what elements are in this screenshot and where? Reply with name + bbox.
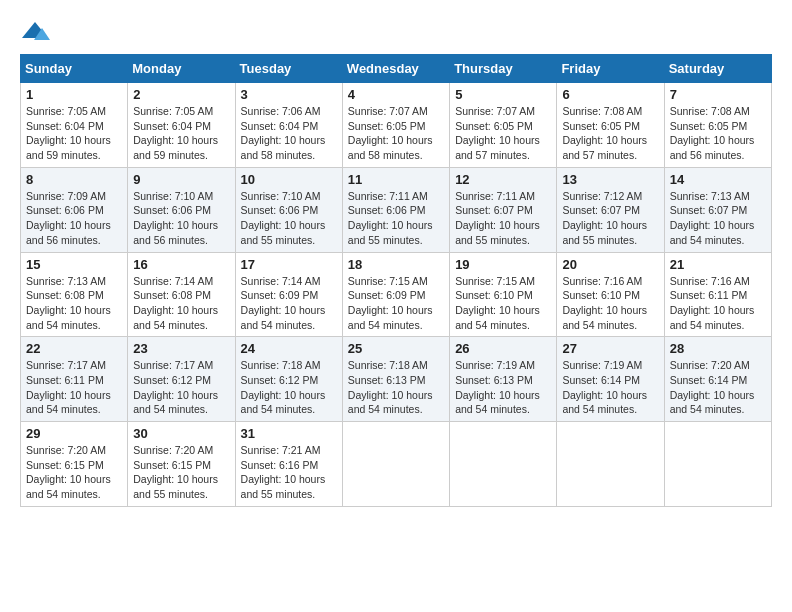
calendar-cell: 4Sunrise: 7:07 AMSunset: 6:05 PMDaylight… [342, 83, 449, 168]
calendar-cell: 10Sunrise: 7:10 AMSunset: 6:06 PMDayligh… [235, 167, 342, 252]
day-number: 15 [26, 257, 122, 272]
day-number: 1 [26, 87, 122, 102]
day-info: Sunrise: 7:08 AMSunset: 6:05 PMDaylight:… [670, 105, 755, 161]
logo-icon [20, 20, 50, 44]
calendar-cell: 23Sunrise: 7:17 AMSunset: 6:12 PMDayligh… [128, 337, 235, 422]
calendar-week-row: 15Sunrise: 7:13 AMSunset: 6:08 PMDayligh… [21, 252, 772, 337]
day-number: 11 [348, 172, 444, 187]
calendar-cell [450, 422, 557, 507]
calendar-cell: 22Sunrise: 7:17 AMSunset: 6:11 PMDayligh… [21, 337, 128, 422]
header-day-sunday: Sunday [21, 55, 128, 83]
header-day-thursday: Thursday [450, 55, 557, 83]
day-info: Sunrise: 7:08 AMSunset: 6:05 PMDaylight:… [562, 105, 647, 161]
header-day-saturday: Saturday [664, 55, 771, 83]
header-day-wednesday: Wednesday [342, 55, 449, 83]
day-number: 8 [26, 172, 122, 187]
calendar-cell: 3Sunrise: 7:06 AMSunset: 6:04 PMDaylight… [235, 83, 342, 168]
day-info: Sunrise: 7:11 AMSunset: 6:07 PMDaylight:… [455, 190, 540, 246]
day-info: Sunrise: 7:09 AMSunset: 6:06 PMDaylight:… [26, 190, 111, 246]
day-number: 31 [241, 426, 337, 441]
calendar-cell: 14Sunrise: 7:13 AMSunset: 6:07 PMDayligh… [664, 167, 771, 252]
day-info: Sunrise: 7:11 AMSunset: 6:06 PMDaylight:… [348, 190, 433, 246]
day-info: Sunrise: 7:05 AMSunset: 6:04 PMDaylight:… [26, 105, 111, 161]
header [20, 20, 772, 44]
day-info: Sunrise: 7:18 AMSunset: 6:12 PMDaylight:… [241, 359, 326, 415]
calendar-cell: 13Sunrise: 7:12 AMSunset: 6:07 PMDayligh… [557, 167, 664, 252]
day-info: Sunrise: 7:20 AMSunset: 6:14 PMDaylight:… [670, 359, 755, 415]
day-number: 12 [455, 172, 551, 187]
calendar-week-row: 22Sunrise: 7:17 AMSunset: 6:11 PMDayligh… [21, 337, 772, 422]
day-number: 2 [133, 87, 229, 102]
day-info: Sunrise: 7:17 AMSunset: 6:11 PMDaylight:… [26, 359, 111, 415]
calendar-week-row: 29Sunrise: 7:20 AMSunset: 6:15 PMDayligh… [21, 422, 772, 507]
day-number: 5 [455, 87, 551, 102]
day-info: Sunrise: 7:20 AMSunset: 6:15 PMDaylight:… [133, 444, 218, 500]
calendar-cell: 27Sunrise: 7:19 AMSunset: 6:14 PMDayligh… [557, 337, 664, 422]
day-number: 13 [562, 172, 658, 187]
day-info: Sunrise: 7:12 AMSunset: 6:07 PMDaylight:… [562, 190, 647, 246]
day-number: 16 [133, 257, 229, 272]
day-info: Sunrise: 7:16 AMSunset: 6:11 PMDaylight:… [670, 275, 755, 331]
calendar-cell: 5Sunrise: 7:07 AMSunset: 6:05 PMDaylight… [450, 83, 557, 168]
day-info: Sunrise: 7:10 AMSunset: 6:06 PMDaylight:… [241, 190, 326, 246]
day-number: 28 [670, 341, 766, 356]
day-number: 17 [241, 257, 337, 272]
calendar-cell: 1Sunrise: 7:05 AMSunset: 6:04 PMDaylight… [21, 83, 128, 168]
day-number: 26 [455, 341, 551, 356]
calendar-cell: 17Sunrise: 7:14 AMSunset: 6:09 PMDayligh… [235, 252, 342, 337]
day-info: Sunrise: 7:17 AMSunset: 6:12 PMDaylight:… [133, 359, 218, 415]
day-info: Sunrise: 7:06 AMSunset: 6:04 PMDaylight:… [241, 105, 326, 161]
day-info: Sunrise: 7:07 AMSunset: 6:05 PMDaylight:… [348, 105, 433, 161]
day-number: 6 [562, 87, 658, 102]
day-info: Sunrise: 7:15 AMSunset: 6:09 PMDaylight:… [348, 275, 433, 331]
day-number: 3 [241, 87, 337, 102]
day-number: 4 [348, 87, 444, 102]
calendar-cell: 29Sunrise: 7:20 AMSunset: 6:15 PMDayligh… [21, 422, 128, 507]
calendar-cell [664, 422, 771, 507]
header-day-monday: Monday [128, 55, 235, 83]
day-number: 21 [670, 257, 766, 272]
day-info: Sunrise: 7:05 AMSunset: 6:04 PMDaylight:… [133, 105, 218, 161]
calendar-cell [557, 422, 664, 507]
day-info: Sunrise: 7:14 AMSunset: 6:09 PMDaylight:… [241, 275, 326, 331]
day-info: Sunrise: 7:21 AMSunset: 6:16 PMDaylight:… [241, 444, 326, 500]
calendar: SundayMondayTuesdayWednesdayThursdayFrid… [20, 54, 772, 507]
day-info: Sunrise: 7:18 AMSunset: 6:13 PMDaylight:… [348, 359, 433, 415]
day-info: Sunrise: 7:19 AMSunset: 6:13 PMDaylight:… [455, 359, 540, 415]
day-number: 7 [670, 87, 766, 102]
calendar-header-row: SundayMondayTuesdayWednesdayThursdayFrid… [21, 55, 772, 83]
day-number: 25 [348, 341, 444, 356]
day-info: Sunrise: 7:15 AMSunset: 6:10 PMDaylight:… [455, 275, 540, 331]
day-number: 23 [133, 341, 229, 356]
calendar-week-row: 1Sunrise: 7:05 AMSunset: 6:04 PMDaylight… [21, 83, 772, 168]
day-number: 29 [26, 426, 122, 441]
calendar-cell: 2Sunrise: 7:05 AMSunset: 6:04 PMDaylight… [128, 83, 235, 168]
day-number: 9 [133, 172, 229, 187]
calendar-cell: 25Sunrise: 7:18 AMSunset: 6:13 PMDayligh… [342, 337, 449, 422]
day-info: Sunrise: 7:16 AMSunset: 6:10 PMDaylight:… [562, 275, 647, 331]
calendar-cell: 6Sunrise: 7:08 AMSunset: 6:05 PMDaylight… [557, 83, 664, 168]
day-number: 14 [670, 172, 766, 187]
day-number: 24 [241, 341, 337, 356]
calendar-cell: 19Sunrise: 7:15 AMSunset: 6:10 PMDayligh… [450, 252, 557, 337]
calendar-cell: 9Sunrise: 7:10 AMSunset: 6:06 PMDaylight… [128, 167, 235, 252]
calendar-cell: 18Sunrise: 7:15 AMSunset: 6:09 PMDayligh… [342, 252, 449, 337]
calendar-cell: 7Sunrise: 7:08 AMSunset: 6:05 PMDaylight… [664, 83, 771, 168]
day-number: 19 [455, 257, 551, 272]
day-info: Sunrise: 7:13 AMSunset: 6:07 PMDaylight:… [670, 190, 755, 246]
day-info: Sunrise: 7:13 AMSunset: 6:08 PMDaylight:… [26, 275, 111, 331]
day-number: 18 [348, 257, 444, 272]
calendar-cell: 26Sunrise: 7:19 AMSunset: 6:13 PMDayligh… [450, 337, 557, 422]
header-day-friday: Friday [557, 55, 664, 83]
calendar-cell: 15Sunrise: 7:13 AMSunset: 6:08 PMDayligh… [21, 252, 128, 337]
calendar-cell: 8Sunrise: 7:09 AMSunset: 6:06 PMDaylight… [21, 167, 128, 252]
calendar-cell: 24Sunrise: 7:18 AMSunset: 6:12 PMDayligh… [235, 337, 342, 422]
calendar-cell: 12Sunrise: 7:11 AMSunset: 6:07 PMDayligh… [450, 167, 557, 252]
calendar-cell: 16Sunrise: 7:14 AMSunset: 6:08 PMDayligh… [128, 252, 235, 337]
day-info: Sunrise: 7:14 AMSunset: 6:08 PMDaylight:… [133, 275, 218, 331]
calendar-cell: 21Sunrise: 7:16 AMSunset: 6:11 PMDayligh… [664, 252, 771, 337]
day-info: Sunrise: 7:19 AMSunset: 6:14 PMDaylight:… [562, 359, 647, 415]
day-info: Sunrise: 7:10 AMSunset: 6:06 PMDaylight:… [133, 190, 218, 246]
day-info: Sunrise: 7:20 AMSunset: 6:15 PMDaylight:… [26, 444, 111, 500]
calendar-cell: 20Sunrise: 7:16 AMSunset: 6:10 PMDayligh… [557, 252, 664, 337]
